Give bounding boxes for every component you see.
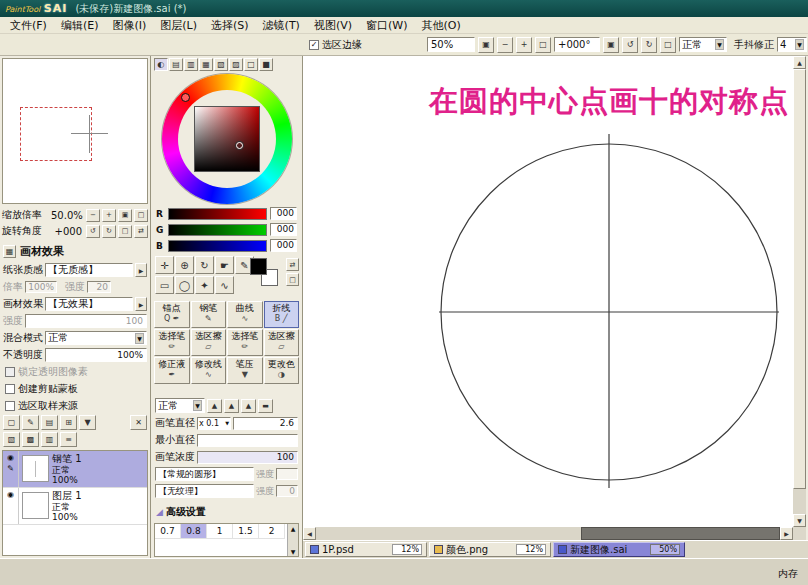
fill-layer-button[interactable]: ▩ (22, 432, 39, 447)
brush-shape-select[interactable]: 【常规的圆形】 (155, 467, 254, 481)
menu-window[interactable]: 窗口(W) (359, 17, 414, 34)
canvas-horizontal-scrollbar[interactable]: ◀ ▶ (303, 527, 793, 540)
scratchpad-tab-icon[interactable]: ▨ (229, 58, 243, 71)
brush-edge-softer-icon[interactable]: ▲ (241, 399, 256, 413)
color-wheel[interactable] (162, 74, 292, 204)
layer-item-linework1[interactable]: ◉ ✎ 钢笔 1 正常 100% (3, 451, 147, 488)
brush-size-preset-selected[interactable]: 0.8 (181, 524, 207, 539)
navigator-rotate-cw-button[interactable]: ↻ (102, 225, 116, 238)
brush-density-slider[interactable]: 100 (197, 451, 298, 464)
material-effect-browse-button[interactable]: ▶ (135, 297, 147, 311)
layer-visibility-column[interactable]: ◉ (3, 488, 19, 524)
lock-layer-button[interactable]: ▥ (41, 432, 58, 447)
brush-size-preset[interactable]: 1 (207, 524, 233, 539)
merge-down-button[interactable]: ▼ (79, 415, 96, 430)
layer-thumbnail[interactable] (22, 492, 49, 519)
tool-pen[interactable]: 钢笔 ✎ (191, 301, 227, 328)
brush-texture-select[interactable]: 【无纹理】 (155, 484, 254, 498)
hue-marker[interactable] (181, 93, 190, 102)
tool-edit-line[interactable]: 修改线 ∿ (191, 357, 227, 384)
brush-size-preset[interactable]: 1.5 (233, 524, 259, 539)
layer-info[interactable]: 钢笔 1 正常 100% (52, 451, 147, 487)
navigator-zoom-reset-button[interactable]: □ (134, 209, 148, 222)
clipping-mask-checkbox[interactable]: 创建剪贴蒙板 (0, 382, 150, 396)
material-effect-select[interactable]: 【无效果】 (45, 297, 133, 311)
presets-scrollbar[interactable]: ▲ ▼ (287, 524, 298, 556)
tool-select-pen-2[interactable]: 选择笔 ✏ (227, 329, 263, 356)
saturation-value-square[interactable] (194, 106, 260, 172)
navigator-rotate-ccw-button[interactable]: ↺ (86, 225, 100, 238)
canvas-viewport[interactable]: 在圆的中心点画十的对称点 (303, 56, 793, 527)
canvas-vertical-scrollbar[interactable]: ▲ ▼ (793, 56, 806, 527)
document-tab-new-image-sai[interactable]: 新建图像.sai 50% (553, 542, 685, 557)
canvas-drawing[interactable] (303, 56, 793, 527)
brush-texture-strength-value[interactable]: 0 (276, 485, 298, 497)
lock-alpha-checkbox[interactable]: 锁定透明图像素 (0, 365, 150, 379)
foreground-color-swatch[interactable] (250, 258, 267, 275)
rect-select-tool-icon[interactable]: ▭ (155, 276, 174, 294)
rotate-ccw-button[interactable]: ↺ (622, 37, 638, 53)
vertical-scroll-thumb[interactable] (793, 69, 806, 489)
move-tool-icon[interactable]: ✛ (155, 256, 174, 274)
navigator-rotate-reset-button[interactable]: □ (118, 225, 132, 238)
tool-selection-eraser[interactable]: 选区擦 ▱ (191, 329, 227, 356)
layer-visibility-column[interactable]: ◉ ✎ (3, 451, 19, 487)
curve-select-tool-icon[interactable]: ∿ (215, 276, 234, 294)
rotate-cw-button[interactable]: ↻ (641, 37, 657, 53)
brush-edge-hard-icon[interactable]: ▲ (207, 399, 222, 413)
rotate-reset-button[interactable]: □ (660, 37, 676, 53)
menu-others[interactable]: 其他(O) (414, 17, 467, 34)
layer-thumbnail[interactable] (22, 455, 49, 482)
swatches-tab-icon[interactable]: ▧ (214, 58, 228, 71)
advanced-settings-header[interactable]: ◢ 高级设置 (151, 505, 302, 519)
scroll-down-button[interactable]: ▼ (793, 514, 806, 527)
green-slider[interactable] (168, 224, 267, 236)
document-tab-1p-psd[interactable]: 1P.psd 12% (305, 542, 427, 557)
menu-filter[interactable]: 滤镜(T) (256, 17, 307, 34)
selection-edge-checkbox[interactable]: ✓ 选区边缘 (309, 38, 362, 52)
layer-item-layer1[interactable]: ◉ 图层 1 正常 100% (3, 488, 147, 525)
zoom-tool-icon[interactable]: ⊕ (175, 256, 194, 274)
brush-edge-flat-icon[interactable]: ▬ (258, 399, 273, 413)
blue-slider[interactable] (168, 240, 267, 252)
hsv-slider-tab-icon[interactable]: ▥ (184, 58, 198, 71)
zoom-fit-button[interactable]: ▣ (478, 37, 494, 53)
brush-size-preset[interactable]: 2 (259, 524, 285, 539)
brush-shape-strength-value[interactable] (276, 468, 298, 480)
zoom-reset-button[interactable]: □ (535, 37, 551, 53)
navigator-zoom-in-button[interactable]: + (102, 209, 116, 222)
effect-strength-slider[interactable]: 100 (25, 314, 147, 328)
scroll-left-button[interactable]: ◀ (303, 527, 316, 540)
navigator-flip-button[interactable]: ⇄ (134, 225, 148, 238)
rotate-fit-button[interactable]: ▣ (603, 37, 619, 53)
zoom-out-button[interactable]: − (497, 37, 513, 53)
menu-layer[interactable]: 图层(L) (153, 17, 204, 34)
scroll-up-button[interactable]: ▲ (793, 56, 806, 69)
custom-palette-tab-icon[interactable]: □ (244, 58, 258, 71)
rotate-tool-icon[interactable]: ↻ (195, 256, 214, 274)
document-tab-color-png[interactable]: 颜色.png 12% (429, 542, 551, 557)
new-linework-layer-button[interactable]: ✎ (22, 415, 39, 430)
menu-view[interactable]: 视图(V) (307, 17, 359, 34)
layer-info[interactable]: 图层 1 正常 100% (52, 488, 147, 524)
navigator-zoom-fit-button[interactable]: ▣ (118, 209, 132, 222)
panel-menu-icon[interactable]: ■ (259, 58, 273, 71)
horizontal-scroll-thumb[interactable] (581, 527, 780, 540)
default-colors-button[interactable]: □ (286, 273, 299, 286)
color-mixer-tab-icon[interactable]: ▦ (199, 58, 213, 71)
hand-tool-icon[interactable]: ☛ (215, 256, 234, 274)
delete-layer-button[interactable]: ✕ (130, 415, 147, 430)
navigator-zoom-out-button[interactable]: − (86, 209, 100, 222)
selection-source-checkbox[interactable]: 选区取样来源 (0, 399, 150, 413)
stabilizer-select[interactable]: 4 ▼ (777, 37, 807, 52)
menu-image[interactable]: 图像(I) (105, 17, 153, 34)
layer-blend-mode-select[interactable]: 正常 ▼ (45, 331, 147, 345)
tool-select-pen[interactable]: 选择笔 ✏ (154, 329, 190, 356)
new-layer-button[interactable]: ▢ (3, 415, 20, 430)
tool-curve[interactable]: 曲线 ∿ (227, 301, 263, 328)
menu-file[interactable]: 文件(F) (3, 17, 54, 34)
duplicate-layer-button[interactable]: ⊞ (60, 415, 77, 430)
navigator-view-rect[interactable] (20, 107, 92, 161)
lasso-tool-icon[interactable]: ◯ (175, 276, 194, 294)
tool-pressure[interactable]: 笔压 ▼ (227, 357, 263, 384)
